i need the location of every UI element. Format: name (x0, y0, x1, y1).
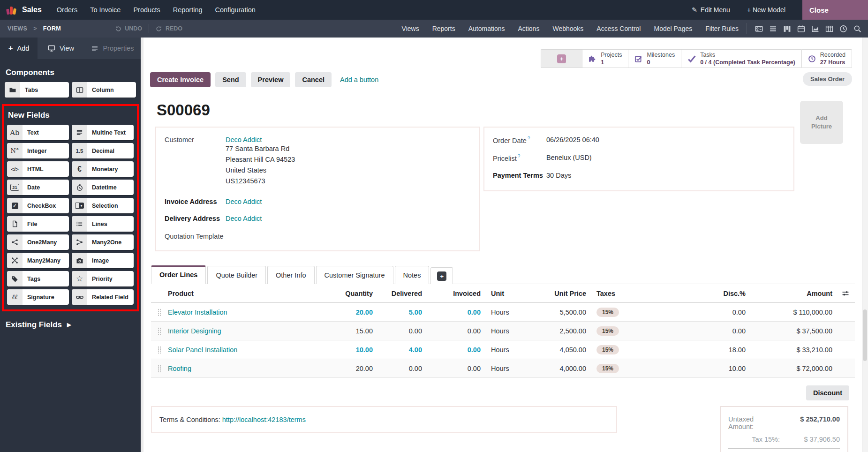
terms-and-conditions: Terms & Conditions: http://localhost:421… (151, 406, 617, 433)
app-brand[interactable]: Sales (0, 4, 49, 16)
col-invoiced: Invoiced (426, 290, 484, 297)
terms-link[interactable]: http://localhost:42183/terms (222, 416, 306, 423)
new-field-signature[interactable]: ℓℓ Signature (7, 289, 69, 305)
studio-menu-webhooks[interactable]: Webhooks (552, 25, 583, 32)
send-button[interactable]: Send (215, 72, 246, 87)
new-field-lines[interactable]: Lines (72, 216, 134, 232)
menu-configuration[interactable]: Configuration (215, 6, 256, 14)
component-column[interactable]: Column (72, 82, 136, 98)
studio-menu-actions[interactable]: Actions (518, 25, 540, 32)
discount-button[interactable]: Discount (806, 385, 849, 400)
redo-button[interactable]: REDO (156, 25, 182, 32)
new-model-button[interactable]: + New Model (747, 6, 785, 14)
studio-menu-reports[interactable]: Reports (432, 25, 455, 32)
new-field-file[interactable]: File (7, 216, 69, 232)
studio-menu-views[interactable]: Views (402, 25, 419, 32)
new-field-image[interactable]: Image (72, 253, 134, 268)
stat-recorded-hours[interactable]: Recorded27 Hours (801, 49, 852, 68)
menu-orders[interactable]: Orders (57, 6, 77, 14)
list-view-icon[interactable] (769, 25, 777, 33)
new-field-one2many[interactable]: One2Many (7, 234, 69, 250)
product-link[interactable]: Roofing (168, 365, 323, 372)
customer-link[interactable]: Deco Addict (226, 136, 262, 143)
product-link[interactable]: Interior Designing (168, 327, 323, 335)
new-field-multiline-text[interactable]: Multine Text (72, 125, 134, 140)
studio-menu-access-control[interactable]: Access Control (596, 25, 641, 32)
new-field-selection[interactable]: ▾ Selection (72, 198, 134, 213)
existing-fields-toggle[interactable]: Existing Fields ▸ (6, 320, 135, 330)
product-link[interactable]: Elevator Installation (168, 309, 323, 316)
undo-button[interactable]: UNDO (115, 25, 142, 32)
tab-order-lines[interactable]: Order Lines (151, 265, 206, 284)
menu-reporting[interactable]: Reporting (173, 6, 203, 14)
vertical-scrollbar[interactable] (862, 38, 868, 452)
calendar-view-icon[interactable] (797, 25, 805, 33)
new-field-many2one[interactable]: Many2One (72, 234, 134, 250)
menu-products[interactable]: Products (133, 6, 160, 14)
add-picture-placeholder[interactable]: Add Picture (800, 101, 843, 144)
edit-menu-button[interactable]: ✎ Edit Menu (692, 6, 730, 14)
tab-other-info[interactable]: Other Info (267, 266, 314, 284)
new-field-related[interactable]: Related Field (72, 289, 134, 305)
sidebar-body: Components Tabs Column New Fields Ab Tex… (0, 59, 141, 340)
new-field-monetary[interactable]: € Monetary (72, 161, 134, 177)
tab-add[interactable]: + Add (0, 38, 38, 59)
search-icon[interactable] (853, 25, 861, 33)
new-field-tags[interactable]: Tags (7, 271, 69, 286)
form-view-icon[interactable] (755, 25, 763, 33)
new-field-many2many[interactable]: Many2Many (7, 253, 69, 268)
add-stat-button[interactable]: + (541, 49, 582, 68)
new-field-checkbox[interactable]: ✓ CheckBox (7, 198, 69, 213)
drag-handle[interactable] (151, 346, 168, 354)
drag-handle[interactable] (151, 327, 168, 335)
studio-menu-automations[interactable]: Automations (468, 25, 505, 32)
add-tab-button[interactable]: + (430, 267, 453, 284)
add-a-button-link[interactable]: Add a button (340, 76, 378, 83)
scrollbar-thumb[interactable] (863, 309, 867, 361)
product-link[interactable]: Solar Panel Installation (168, 346, 323, 354)
pricelist-value[interactable]: Benelux (USD) (546, 154, 592, 162)
graph-view-icon[interactable] (811, 25, 819, 33)
tab-properties[interactable]: Properties (84, 38, 141, 59)
studio-sidebar: + Add View Properties Components Tabs (0, 38, 141, 452)
plus-icon: + (437, 271, 446, 281)
cancel-button[interactable]: Cancel (295, 72, 332, 87)
drag-handle[interactable] (151, 365, 168, 372)
stat-projects[interactable]: Projects1 (582, 49, 628, 68)
optional-columns-icon[interactable] (836, 290, 855, 297)
studio-menu-filter-rules[interactable]: Filter Rules (705, 25, 739, 32)
new-field-integer[interactable]: N° Integer (7, 143, 69, 158)
tabs-icon (5, 82, 20, 98)
tab-notes[interactable]: Notes (395, 266, 430, 284)
invoice-address-link[interactable]: Deco Addict (226, 198, 262, 205)
file-icon (7, 216, 23, 232)
totals-box: Untaxed Amount: $ 252,710.00 Tax 15%: $ … (720, 406, 848, 452)
breadcrumb-views[interactable]: VIEWS (8, 25, 27, 32)
tab-customer-signature[interactable]: Customer Signature (316, 266, 393, 284)
create-invoice-button[interactable]: Create Invoice (150, 72, 211, 87)
activity-view-icon[interactable] (839, 25, 847, 33)
order-date-value[interactable]: 06/26/2025 06:40 (546, 136, 599, 144)
new-field-text[interactable]: Ab Text (7, 125, 69, 140)
kanban-view-icon[interactable] (783, 25, 791, 33)
quotation-template-label: Quotation Template (165, 233, 226, 240)
stat-milestones[interactable]: Milestones0 (628, 49, 681, 68)
menu-to-invoice[interactable]: To Invoice (90, 6, 121, 14)
close-studio-button[interactable]: Close (802, 0, 868, 20)
preview-button[interactable]: Preview (251, 72, 291, 87)
new-field-html[interactable]: </> HTML (7, 161, 69, 177)
drag-handle[interactable] (151, 309, 168, 316)
component-tabs[interactable]: Tabs (5, 82, 69, 98)
delivery-address-link[interactable]: Deco Addict (226, 215, 262, 222)
studio-menu-model-pages[interactable]: Model Pages (654, 25, 692, 32)
tab-quote-builder[interactable]: Quote Builder (207, 266, 266, 284)
tab-view[interactable]: View (38, 38, 84, 59)
new-field-datetime[interactable]: Datetime (72, 180, 134, 195)
new-field-date[interactable]: 21 Date (7, 180, 69, 195)
stat-tasks[interactable]: Tasks0 / 4 (Completed Task Percentage) (681, 49, 801, 68)
payment-terms-value[interactable]: 30 Days (546, 172, 571, 179)
customer-address: 77 Santa Barbara Rd Pleasant Hill CA 945… (226, 143, 295, 187)
pivot-view-icon[interactable] (825, 25, 833, 33)
new-field-decimal[interactable]: 1.5 Decimal (72, 143, 134, 158)
new-field-priority[interactable]: ☆ Priority (72, 271, 134, 286)
